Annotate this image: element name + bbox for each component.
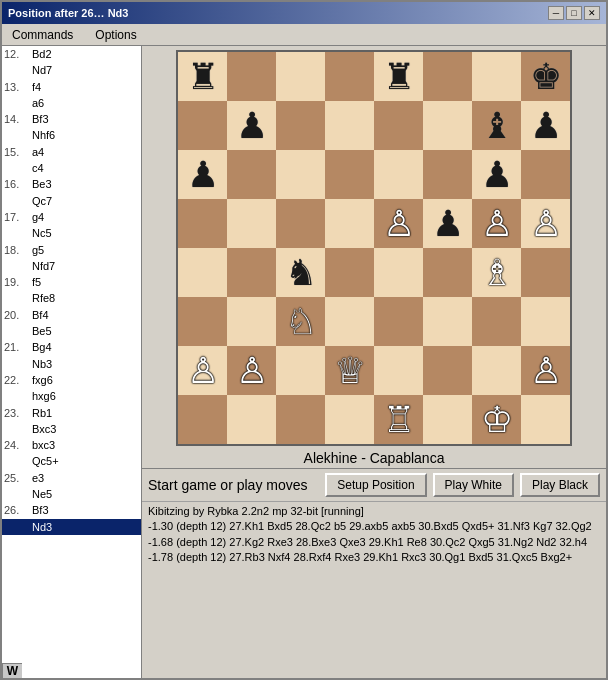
move-row[interactable]: 17.g4 bbox=[2, 209, 141, 225]
close-button[interactable]: ✕ bbox=[584, 6, 600, 20]
chess-cell[interactable] bbox=[472, 346, 521, 395]
move-row[interactable]: 14.Bf3 bbox=[2, 111, 141, 127]
chess-cell[interactable] bbox=[423, 52, 472, 101]
chess-cell[interactable] bbox=[178, 297, 227, 346]
chess-cell[interactable]: ♙ bbox=[521, 346, 570, 395]
chess-cell[interactable]: ♙ bbox=[374, 199, 423, 248]
move-row[interactable]: Nfd7 bbox=[2, 258, 141, 274]
chess-cell[interactable]: ♖ bbox=[374, 395, 423, 444]
play-black-button[interactable]: Play Black bbox=[520, 473, 600, 497]
chess-cell[interactable]: ♙ bbox=[178, 346, 227, 395]
chess-cell[interactable] bbox=[423, 297, 472, 346]
chess-cell[interactable] bbox=[374, 346, 423, 395]
chess-cell[interactable]: ♚ bbox=[521, 52, 570, 101]
chess-cell[interactable] bbox=[178, 199, 227, 248]
move-row[interactable]: 25.e3 bbox=[2, 470, 141, 486]
chess-cell[interactable] bbox=[227, 297, 276, 346]
chess-cell[interactable] bbox=[472, 297, 521, 346]
chess-cell[interactable] bbox=[178, 248, 227, 297]
move-row[interactable]: 22.fxg6 bbox=[2, 372, 141, 388]
move-row[interactable]: Nc5 bbox=[2, 225, 141, 241]
play-white-button[interactable]: Play White bbox=[433, 473, 514, 497]
chess-cell[interactable] bbox=[423, 101, 472, 150]
chess-cell[interactable] bbox=[276, 395, 325, 444]
move-row[interactable]: Qc7 bbox=[2, 193, 141, 209]
chess-cell[interactable] bbox=[374, 150, 423, 199]
chess-cell[interactable]: ♞ bbox=[276, 248, 325, 297]
chess-cell[interactable] bbox=[227, 52, 276, 101]
chess-cell[interactable] bbox=[423, 395, 472, 444]
chess-cell[interactable] bbox=[276, 346, 325, 395]
move-row[interactable]: 16.Be3 bbox=[2, 176, 141, 192]
chess-cell[interactable] bbox=[521, 395, 570, 444]
chess-cell[interactable] bbox=[227, 395, 276, 444]
move-row[interactable]: Bxc3 bbox=[2, 421, 141, 437]
chess-cell[interactable]: ♔ bbox=[472, 395, 521, 444]
chess-cell[interactable]: ♟ bbox=[178, 150, 227, 199]
chess-cell[interactable]: ♗ bbox=[472, 248, 521, 297]
chess-cell[interactable]: ♟ bbox=[423, 199, 472, 248]
chess-cell[interactable] bbox=[227, 150, 276, 199]
chess-cell[interactable] bbox=[472, 52, 521, 101]
chess-cell[interactable] bbox=[374, 297, 423, 346]
chess-cell[interactable] bbox=[521, 150, 570, 199]
chess-cell[interactable] bbox=[227, 248, 276, 297]
chess-cell[interactable]: ♝ bbox=[472, 101, 521, 150]
move-row[interactable]: 18.g5 bbox=[2, 242, 141, 258]
chess-cell[interactable] bbox=[325, 52, 374, 101]
move-row[interactable]: 13.f4 bbox=[2, 79, 141, 95]
move-row[interactable]: 21.Bg4 bbox=[2, 339, 141, 355]
minimize-button[interactable]: ─ bbox=[548, 6, 564, 20]
move-row[interactable]: 19.f5 bbox=[2, 274, 141, 290]
chess-cell[interactable] bbox=[276, 199, 325, 248]
chess-cell[interactable]: ♜ bbox=[374, 52, 423, 101]
move-row[interactable]: Nb3 bbox=[2, 356, 141, 372]
chess-cell[interactable] bbox=[325, 101, 374, 150]
chess-cell[interactable]: ♙ bbox=[472, 199, 521, 248]
chess-cell[interactable] bbox=[325, 199, 374, 248]
chess-cell[interactable]: ♘ bbox=[276, 297, 325, 346]
move-row[interactable]: Nd3 bbox=[2, 519, 141, 535]
chess-cell[interactable] bbox=[325, 297, 374, 346]
maximize-button[interactable]: □ bbox=[566, 6, 582, 20]
chess-cell[interactable] bbox=[521, 297, 570, 346]
setup-position-button[interactable]: Setup Position bbox=[325, 473, 426, 497]
chess-cell[interactable] bbox=[374, 101, 423, 150]
chess-cell[interactable] bbox=[423, 150, 472, 199]
commands-menu[interactable]: Commands bbox=[6, 26, 79, 44]
chess-cell[interactable] bbox=[276, 150, 325, 199]
move-row[interactable]: hxg6 bbox=[2, 388, 141, 404]
chess-cell[interactable] bbox=[276, 52, 325, 101]
chess-cell[interactable] bbox=[423, 248, 472, 297]
move-row[interactable]: Qc5+ bbox=[2, 453, 141, 469]
move-row[interactable]: Nd7 bbox=[2, 62, 141, 78]
move-row[interactable]: 23.Rb1 bbox=[2, 405, 141, 421]
move-row[interactable]: 26.Bf3 bbox=[2, 502, 141, 518]
chess-cell[interactable]: ♜ bbox=[178, 52, 227, 101]
chess-cell[interactable]: ♟ bbox=[521, 101, 570, 150]
chess-cell[interactable] bbox=[423, 346, 472, 395]
move-row[interactable]: Be5 bbox=[2, 323, 141, 339]
chess-cell[interactable] bbox=[325, 248, 374, 297]
chess-cell[interactable] bbox=[374, 248, 423, 297]
move-row[interactable]: 15.a4 bbox=[2, 144, 141, 160]
move-row[interactable]: 24.bxc3 bbox=[2, 437, 141, 453]
chess-cell[interactable] bbox=[325, 150, 374, 199]
chess-cell[interactable]: ♙ bbox=[227, 346, 276, 395]
move-row[interactable]: Rfe8 bbox=[2, 290, 141, 306]
move-row[interactable]: c4 bbox=[2, 160, 141, 176]
chess-cell[interactable] bbox=[178, 395, 227, 444]
chess-cell[interactable]: ♟ bbox=[227, 101, 276, 150]
move-row[interactable]: Ne5 bbox=[2, 486, 141, 502]
chess-cell[interactable] bbox=[276, 101, 325, 150]
chess-cell[interactable] bbox=[227, 199, 276, 248]
move-row[interactable]: 12.Bd2 bbox=[2, 46, 141, 62]
move-list-scroll[interactable]: 12.Bd2Nd713.f4a614.Bf3Nhf615.a4c416.Be3Q… bbox=[2, 46, 141, 663]
chess-cell[interactable]: ♟ bbox=[472, 150, 521, 199]
chess-cell[interactable] bbox=[521, 248, 570, 297]
chess-cell[interactable] bbox=[178, 101, 227, 150]
move-row[interactable]: 20.Bf4 bbox=[2, 307, 141, 323]
move-row[interactable]: a6 bbox=[2, 95, 141, 111]
chess-cell[interactable]: ♙ bbox=[521, 199, 570, 248]
chess-cell[interactable]: ♕ bbox=[325, 346, 374, 395]
